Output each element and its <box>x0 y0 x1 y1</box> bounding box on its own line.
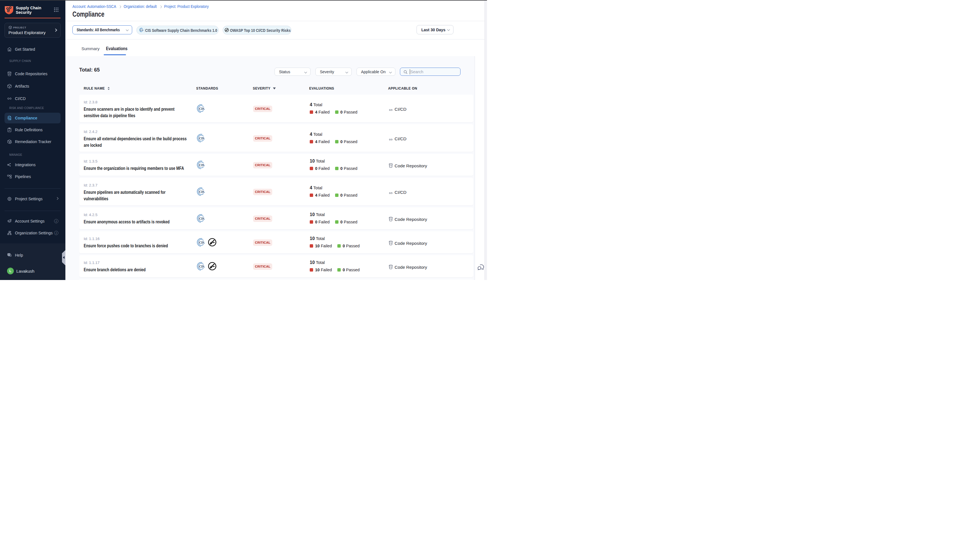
svg-text:CIS: CIS <box>199 137 204 140</box>
svg-text:CIS: CIS <box>199 217 204 220</box>
svg-text:CIS: CIS <box>199 163 204 167</box>
svg-text:CIS: CIS <box>199 190 204 193</box>
svg-text:CIS: CIS <box>199 107 204 110</box>
svg-text:?: ? <box>8 253 10 255</box>
svg-text:CIS: CIS <box>199 265 204 268</box>
svg-text:CIS: CIS <box>140 29 143 31</box>
svg-text:CIS: CIS <box>199 241 204 244</box>
